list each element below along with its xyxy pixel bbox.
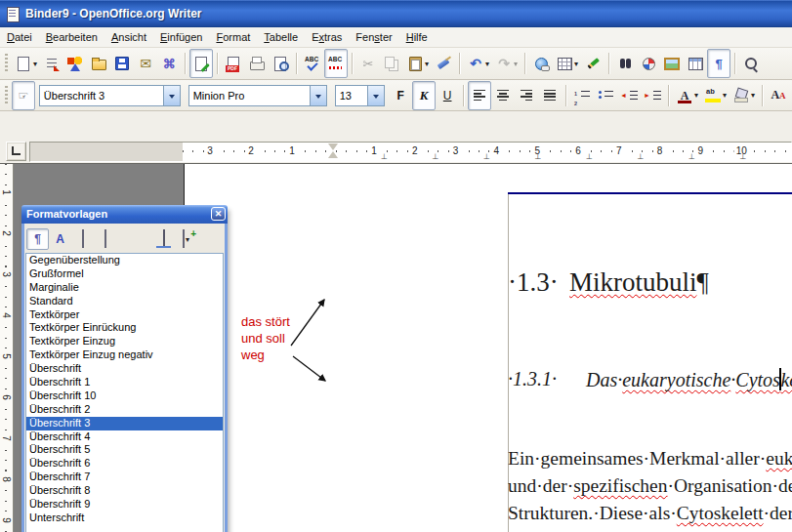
draw-functions-button[interactable] <box>581 49 604 78</box>
mail-document-button[interactable]: ✉ <box>134 49 157 78</box>
background-color-button[interactable]: ▾ <box>729 81 758 110</box>
tab-stop-marker[interactable]: ⊥ <box>381 152 388 161</box>
chevron-down-icon[interactable] <box>367 86 384 105</box>
style-item-marginalie[interactable]: Marginalie <box>26 281 223 295</box>
toolbar-grip[interactable] <box>5 86 8 105</box>
menu-tabelle[interactable]: Tabelle <box>257 29 305 45</box>
style-item--berschrift-9[interactable]: Überschrift 9 <box>26 498 223 512</box>
menu-hilfe[interactable]: Hilfe <box>399 29 435 45</box>
style-item-gegen-berstellung[interactable]: Gegenüberstellung <box>26 254 223 267</box>
highlighting-button[interactable]: ▾ <box>701 81 729 110</box>
new-style-from-selection-button[interactable]: ▾ <box>175 228 197 250</box>
style-item--berschrift-2[interactable]: Überschrift 2 <box>26 403 223 417</box>
nonprinting-characters-button[interactable]: ¶ <box>707 49 730 78</box>
find-replace-button[interactable] <box>613 49 637 78</box>
character-styles-button[interactable]: A <box>49 228 71 250</box>
paste-dropdown-icon[interactable]: ▾ <box>425 60 429 68</box>
new-document-button[interactable]: ▾ <box>12 49 40 78</box>
style-item-standard[interactable]: Standard <box>26 295 223 308</box>
hyperlink-button[interactable] <box>529 49 553 78</box>
page-styles-button[interactable] <box>94 228 116 250</box>
new-document-dropdown-icon[interactable]: ▾ <box>33 60 37 68</box>
style-item--berschrift[interactable]: Überschrift <box>26 362 223 376</box>
autotext-button[interactable] <box>40 49 63 78</box>
justify-button[interactable] <box>538 81 562 110</box>
list-styles-button[interactable] <box>116 228 139 250</box>
tab-stop-marker[interactable]: ⊥ <box>535 152 542 161</box>
data-sources-button[interactable] <box>684 49 707 78</box>
case-button[interactable] <box>767 81 790 110</box>
decrease-indent-button[interactable] <box>617 81 641 110</box>
styles-toggle-button[interactable]: ☞ <box>12 81 35 110</box>
page-preview-button[interactable] <box>269 49 292 78</box>
paste-button[interactable]: ▾ <box>403 49 432 78</box>
paragraph-styles-button[interactable]: ¶ <box>26 228 49 250</box>
menu-bearbeiten[interactable]: Bearbeiten <box>39 29 104 45</box>
menu-extras[interactable]: Extras <box>305 29 349 45</box>
chevron-down-icon[interactable] <box>310 86 326 105</box>
style-item--berschrift-10[interactable]: Überschrift 10 <box>26 389 223 403</box>
style-item--berschrift-1[interactable]: Überschrift 1 <box>26 376 223 389</box>
style-item-textk-rper-einzug-negativ[interactable]: Textkörper Einzug negativ <box>26 348 223 362</box>
tab-type-selector-button[interactable] <box>6 142 26 161</box>
menu-format[interactable]: Format <box>209 29 257 45</box>
insert-table-dropdown-icon[interactable]: ▾ <box>574 60 578 68</box>
style-item-gru-formel[interactable]: Grußformel <box>26 267 223 281</box>
numbering-button[interactable] <box>570 81 594 110</box>
redo-dropdown-icon[interactable]: ▾ <box>514 60 518 68</box>
style-item--berschrift-4[interactable]: Überschrift 4 <box>26 430 223 444</box>
open-button[interactable] <box>87 49 110 78</box>
undo-dropdown-icon[interactable]: ▾ <box>485 60 489 68</box>
tab-stop-marker[interactable]: ⊥ <box>586 152 593 161</box>
edit-file-button[interactable] <box>189 49 213 78</box>
align-left-button[interactable] <box>468 81 491 110</box>
zoom-button[interactable] <box>739 49 763 78</box>
tab-stop-marker[interactable]: ⊥ <box>483 152 490 161</box>
underline-button[interactable]: U <box>436 81 459 110</box>
auto-spellcheck-button[interactable] <box>324 49 348 78</box>
background-color-dropdown-icon[interactable]: ▾ <box>751 91 755 100</box>
tab-stop-marker[interactable]: ⊥ <box>740 152 747 161</box>
format-paintbrush-button[interactable] <box>432 49 455 78</box>
toolbar-grip[interactable] <box>5 54 8 73</box>
align-right-button[interactable] <box>515 81 538 110</box>
style-item--berschrift-3[interactable]: Überschrift 3 <box>26 417 223 430</box>
bold-button[interactable]: F <box>389 81 412 110</box>
tab-stop-marker[interactable]: ⊥ <box>688 152 695 161</box>
style-item-unterschrift[interactable]: Unterschrift <box>26 512 223 525</box>
font-color-dropdown-icon[interactable]: ▾ <box>694 91 698 100</box>
tab-stop-marker[interactable]: ⊥ <box>638 152 645 161</box>
chevron-down-icon[interactable] <box>163 86 180 105</box>
menu-fenster[interactable]: Fenster <box>349 29 398 45</box>
save-button[interactable] <box>110 49 134 78</box>
bullets-button[interactable] <box>594 81 617 110</box>
insert-table-button[interactable]: ▾ <box>553 49 581 78</box>
menu-datei[interactable]: Datei <box>0 29 39 45</box>
font-name-combobox[interactable]: Minion Pro <box>188 85 327 106</box>
panel-title-bar[interactable]: Formatvorlagen ✕ <box>21 205 228 224</box>
style-item--berschrift-6[interactable]: Überschrift 6 <box>26 457 223 471</box>
font-size-combobox[interactable]: 13 <box>335 85 386 106</box>
print-button[interactable] <box>245 49 269 78</box>
fill-format-mode-button[interactable] <box>152 228 175 250</box>
gallery-shapes-button[interactable] <box>63 49 87 78</box>
menu-einfgen[interactable]: Einfügen <box>153 29 209 45</box>
frame-styles-button[interactable] <box>71 228 94 250</box>
new-style-dropdown-icon[interactable]: ▾ <box>186 235 189 244</box>
style-item--berschrift-8[interactable]: Überschrift 8 <box>26 484 223 498</box>
style-item--berschrift-5[interactable]: Überschrift 5 <box>26 443 223 457</box>
style-item-textk-rper-einzug[interactable]: Textkörper Einzug <box>26 335 223 348</box>
undo-button[interactable]: ↶▾ <box>464 49 492 78</box>
align-center-button[interactable] <box>491 81 515 110</box>
italic-button[interactable]: K <box>412 81 436 110</box>
command-button[interactable]: ⌘ <box>157 49 181 78</box>
export-pdf-button[interactable] <box>222 49 245 78</box>
paragraph-style-combobox[interactable]: Überschrift 3 <box>39 85 181 106</box>
font-color-button[interactable]: A▾ <box>673 81 701 110</box>
highlighting-dropdown-icon[interactable]: ▾ <box>723 91 727 100</box>
gallery-button[interactable] <box>660 49 684 78</box>
style-item--berschrift-7[interactable]: Überschrift 7 <box>26 471 223 484</box>
navigator-button[interactable] <box>637 49 660 78</box>
close-icon[interactable]: ✕ <box>211 207 226 221</box>
increase-indent-button[interactable] <box>641 81 664 110</box>
